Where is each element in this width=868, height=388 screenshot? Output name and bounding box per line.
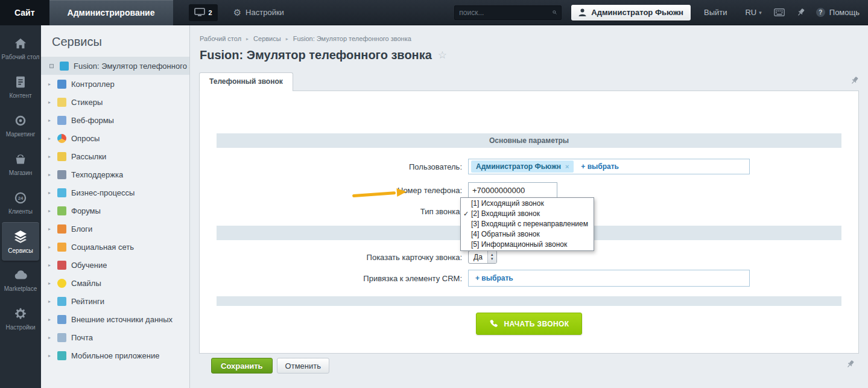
rail-item-content[interactable]: Контент — [0, 68, 41, 106]
fusion-emulator-icon — [60, 62, 69, 71]
phone-number-input[interactable] — [468, 182, 557, 198]
blogs-icon — [57, 224, 66, 234]
rail-item-marketing[interactable]: Маркетинг — [0, 106, 41, 145]
topbar-settings-button[interactable]: ⚙ Настройки — [233, 7, 284, 18]
sidebar-item-learning[interactable]: ▸ Обучение — [41, 256, 189, 274]
dropdown-option-incoming-redirect[interactable]: [3] Входящий с перенаправлением — [461, 219, 594, 229]
choose-crm-link[interactable]: + выбрать — [475, 274, 513, 282]
rail-item-desktop[interactable]: Рабочий стол — [0, 29, 41, 68]
sidebar-list: Fusion: Эмулятор телефонного звонка ▸ Ко… — [41, 57, 189, 364]
sidebar-item-polls[interactable]: ▸ Опросы — [41, 129, 189, 147]
user-icon — [578, 8, 586, 17]
language-selector[interactable]: RU ▾ — [745, 8, 761, 17]
rail-item-clients[interactable]: 24 Клиенты — [0, 183, 41, 222]
crm-input[interactable]: + выбрать — [468, 270, 750, 287]
admin-tab[interactable]: Администрирование — [49, 0, 173, 25]
notifications-button[interactable]: 2 — [189, 4, 218, 21]
rail-item-marketplace[interactable]: Marketplace — [0, 261, 41, 299]
forums-icon — [57, 206, 66, 215]
sidebar-item-bizproc[interactable]: ▸ Бизнес-процессы — [41, 183, 189, 202]
chevron-right-icon: ▸ — [48, 190, 56, 196]
section-divider — [217, 296, 841, 306]
social-icon — [57, 243, 66, 252]
search-input[interactable] — [459, 8, 553, 17]
chevron-right-icon: ▸ — [48, 81, 56, 87]
mobile-icon — [57, 351, 66, 360]
choose-user-link[interactable]: + выбрать — [581, 162, 619, 171]
show-card-select[interactable]: Да ▲ ▼ — [468, 250, 497, 264]
search-box — [454, 5, 562, 20]
annotation-arrow-icon — [352, 187, 407, 199]
remove-chip-icon[interactable]: × — [565, 163, 569, 170]
favorite-star-icon[interactable]: ☆ — [438, 49, 447, 62]
selected-marker-icon — [49, 64, 54, 68]
dropdown-option-info[interactable]: [5] Информационный звонок — [461, 240, 594, 250]
page-title: Fusion: Эмулятор телефонного звонка — [200, 48, 432, 62]
sidebar-item-controller[interactable]: ▸ Контроллер — [41, 75, 189, 93]
sidebar-item-ratings[interactable]: ▸ Рейтинги — [41, 292, 189, 310]
chevron-right-icon: ▸ — [48, 154, 56, 159]
user-field-label: Пользователь: — [217, 162, 465, 171]
chevron-right-icon: ▸ — [48, 281, 56, 286]
user-name: Администратор Фьюжн — [591, 8, 683, 17]
breadcrumb: Рабочий стол ▸ Сервисы ▸ Fusion: Эмулято… — [200, 35, 868, 42]
tabs-row: Телефонный звонок — [199, 73, 859, 91]
sidebar-item-social[interactable]: ▸ Социальная сеть — [41, 238, 189, 256]
keyboard-icon[interactable] — [774, 8, 785, 16]
sidebar-item-smiles[interactable]: ▸ Смайлы — [41, 274, 189, 292]
target-icon — [13, 113, 28, 128]
breadcrumb-separator-icon: ▸ — [246, 36, 249, 42]
chevron-right-icon: ▸ — [48, 262, 56, 268]
pin-icon[interactable] — [851, 76, 859, 87]
sidebar-item-stickers[interactable]: ▸ Стикеры — [41, 93, 189, 111]
breadcrumb-item-current[interactable]: Fusion: Эмулятор телефонного звонка — [293, 35, 411, 42]
chevron-right-icon: ▸ — [48, 136, 56, 141]
user-row: Пользователь: Администратор Фьюжн × + вы… — [217, 159, 841, 174]
dropdown-option-incoming[interactable]: ✓ [2] Входящий звонок — [461, 209, 594, 219]
sidebar-item-mailings[interactable]: ▸ Рассылки — [41, 147, 189, 165]
dropdown-option-outgoing[interactable]: [1] Исходящий звонок — [461, 199, 594, 209]
caret-down-icon: ▾ — [759, 10, 762, 16]
pin-icon[interactable] — [846, 360, 855, 371]
check-icon: ✓ — [463, 209, 469, 219]
logout-link[interactable]: Выйти — [704, 8, 727, 17]
pin-icon[interactable] — [797, 8, 805, 17]
rail-item-services[interactable]: Сервисы — [2, 222, 39, 261]
polls-icon — [57, 134, 66, 143]
phone-icon — [489, 319, 499, 329]
sidebar-item-blogs[interactable]: ▸ Блоги — [41, 220, 189, 238]
dropdown-option-callback[interactable]: [4] Обратный звонок — [461, 229, 594, 240]
user-button[interactable]: Администратор Фьюжн — [571, 5, 691, 21]
user-chip[interactable]: Администратор Фьюжн × — [471, 161, 574, 173]
site-tab[interactable]: Сайт — [0, 0, 49, 25]
save-button[interactable]: Сохранить — [211, 358, 273, 374]
sidebar-item-fusion-emulator[interactable]: Fusion: Эмулятор телефонного звонка — [41, 57, 189, 75]
breadcrumb-item-desktop[interactable]: Рабочий стол — [200, 35, 241, 42]
smiles-icon — [57, 279, 66, 288]
start-call-button[interactable]: НАЧАТЬ ЗВОНОК — [476, 313, 583, 335]
help-button[interactable]: ? Помощь — [816, 8, 860, 17]
sidebar-item-webforms[interactable]: ▸ Веб-формы — [41, 111, 189, 129]
section-header: Основные параметры — [217, 133, 841, 148]
sidebar-item-support[interactable]: ▸ Техподдержка — [41, 165, 189, 183]
support-icon — [57, 170, 66, 179]
chevron-right-icon: ▸ — [48, 244, 56, 250]
chevron-right-icon: ▸ — [48, 226, 56, 232]
cancel-button[interactable]: Отменить — [277, 358, 329, 374]
phone-row: Номер телефона: — [217, 182, 841, 198]
rail-item-settings[interactable]: Настройки — [0, 299, 41, 338]
tab-phone-call[interactable]: Телефонный звонок — [199, 72, 293, 91]
breadcrumb-item-services[interactable]: Сервисы — [253, 35, 281, 42]
phone-field-label: Номер телефона: — [217, 186, 465, 195]
bizproc-icon — [57, 188, 66, 197]
rail-item-shop[interactable]: Магазин — [0, 145, 41, 183]
sidebar-item-mobile-app[interactable]: ▸ Мобильное приложение — [41, 346, 189, 364]
user-input[interactable]: Администратор Фьюжн × + выбрать — [468, 159, 750, 174]
basket-icon — [13, 152, 28, 167]
sidebar-item-mail[interactable]: ▸ Почта — [41, 328, 189, 346]
search-icon[interactable] — [553, 8, 557, 16]
sidebar-item-forums[interactable]: ▸ Форумы — [41, 202, 189, 220]
gear-icon — [13, 307, 28, 321]
sidebar-item-external-data[interactable]: ▸ Внешние источники данных — [41, 310, 189, 328]
topbar-right: Администратор Фьюжн Выйти RU ▾ — [454, 5, 860, 21]
